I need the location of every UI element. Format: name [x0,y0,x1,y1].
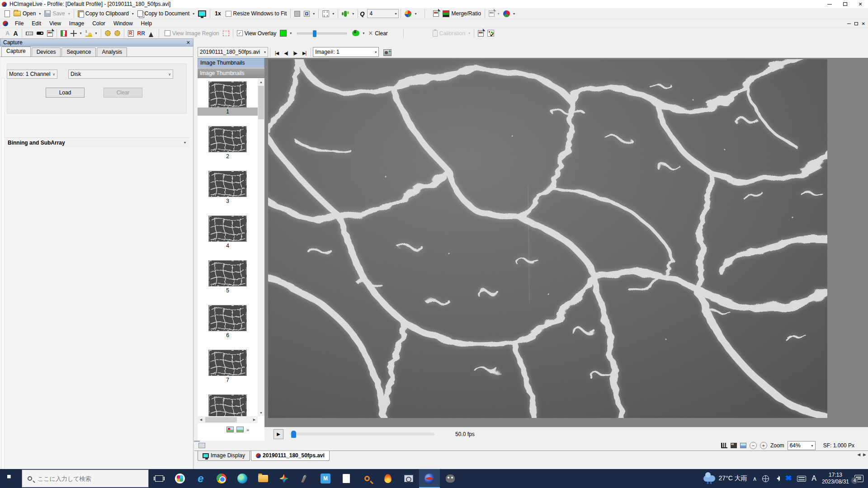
maximize-button[interactable] [837,0,853,8]
weather-widget[interactable]: 27°C 大雨 [703,474,747,483]
new-document-button[interactable] [3,9,12,18]
copy-to-clipboard-button[interactable]: Copy to Clipboard▾ [76,9,136,18]
thumbnail-image[interactable] [208,81,247,108]
playback-slider[interactable] [290,433,434,435]
thumbnail-item[interactable]: 6 [198,305,258,339]
thumbnails-horizontal-scrollbar[interactable]: ◀ ▶ [198,416,258,423]
taskbar-icon-slack[interactable] [170,469,190,488]
task-view-button[interactable] [149,469,170,488]
frame-counter-dropdown-icon[interactable]: ▾ [95,31,97,35]
color-wheel-dropdown-icon[interactable]: ▾ [513,12,515,16]
notification-center-button[interactable]: 4 [854,475,863,482]
network-globe-icon[interactable] [762,475,769,482]
scrollbar-thumb[interactable] [258,86,264,119]
minimize-button[interactable] [822,0,837,8]
crosshair-dropdown-icon[interactable]: ▾ [80,31,82,35]
gear-settings2-button[interactable] [113,29,122,37]
taskbar-icon-edge[interactable] [232,469,253,488]
resize-windows-checkbox[interactable]: Resize Windows to Fit [224,9,289,18]
mdi-minimize-button[interactable] [847,23,851,24]
menu-help[interactable]: Help [137,20,156,27]
thumbnail-item[interactable]: 3 [198,171,258,205]
timestamp-button[interactable] [59,29,69,38]
tab-scroll-right-button[interactable]: ▶ [863,452,866,457]
keyboard-icon[interactable] [797,476,806,482]
previous-frame-button[interactable]: ◀| [281,49,290,57]
view-overlay-checkbox[interactable]: ✓View Overlay [235,29,278,38]
thumbnail-item[interactable]: 1 [198,81,258,116]
overlay-blob-dropdown-icon[interactable]: ▾ [363,31,364,35]
thumbnail-item-partial[interactable] [198,394,258,416]
text-tool-disabled-button[interactable]: A [4,29,11,38]
ime-indicator[interactable]: A [811,474,816,483]
thumbnail-view-icon[interactable] [236,427,244,432]
thumbnail-item[interactable]: 7 [198,350,258,384]
image-viewport[interactable] [264,58,868,427]
binning-subarray-section[interactable]: Binning and SubArray ▾ [4,137,189,147]
thumbnails-group-header[interactable]: Image Thumbnails [198,68,264,78]
save-button[interactable]: Save▾ [42,9,71,18]
annotation-settings-button[interactable] [45,29,55,38]
dropbox-icon[interactable] [785,475,792,482]
first-frame-button[interactable]: |◀ [272,49,281,57]
display-button[interactable] [196,9,208,18]
tab-devices[interactable]: Devices [32,47,61,56]
copy-clipboard-dropdown-icon[interactable]: ▾ [132,12,134,16]
taskbar-icon-flame[interactable] [377,469,398,488]
binning-expand-icon[interactable]: ▾ [184,141,186,145]
menu-image[interactable]: Image [65,20,88,27]
fit-image-icon[interactable] [740,443,746,448]
zoom-in-button[interactable]: + [760,442,767,449]
high-low-icon[interactable] [731,443,737,448]
taskbar-icon-hcimage-active[interactable] [419,469,440,488]
next-frame-button[interactable]: |▶ [291,49,300,57]
overlay-color-button[interactable]: ▾ [278,29,293,38]
scroll-down-arrow[interactable]: ▼ [258,409,264,416]
frame-counter-button[interactable]: ▾ [84,29,99,38]
crosshair-button[interactable]: ▾ [69,29,84,38]
frame-view-button[interactable]: ▾ [302,10,316,18]
taskbar-icon-tools[interactable] [294,469,315,488]
mdi-restore-button[interactable] [854,22,858,25]
overlay-color-dropdown-icon[interactable]: ▾ [290,31,292,35]
scatter-plot-button[interactable] [486,29,496,38]
calibration-settings-button[interactable] [476,29,486,38]
load-button[interactable]: Load [46,88,85,98]
scroll-right-arrow[interactable]: ▶ [251,418,258,422]
taskbar-icon-chrome[interactable] [211,469,232,488]
paint-document-button[interactable] [431,9,441,18]
playback-slider-handle[interactable] [291,431,296,438]
scrollbar-thumb[interactable] [205,417,237,422]
play-button[interactable]: ▶ [274,429,283,439]
view-image-region-checkbox[interactable]: View Image Region [163,29,221,38]
profile-tool-button[interactable] [147,29,155,38]
taskbar-icon-compass[interactable] [274,469,294,488]
text-tool-button[interactable]: A [11,29,19,38]
thumbnail-color-view-icon[interactable] [226,427,234,432]
image-region-box-button[interactable] [221,30,231,37]
file-combobox[interactable]: 20190111_180_50fps.avi▾ [198,47,268,57]
search-input[interactable] [37,475,136,483]
taskbar-icon-m-app[interactable]: M [315,469,336,488]
menu-edit[interactable]: Edit [28,20,45,27]
status-window-icon[interactable] [198,443,205,448]
save-dropdown-icon[interactable]: ▾ [68,12,70,16]
scalebar-tool-button[interactable] [35,31,45,36]
tab-sequence[interactable]: Sequence [61,47,96,56]
open-button[interactable]: Open▾ [12,9,42,18]
thumbnail-item[interactable]: 5 [198,260,258,295]
taskbar-search[interactable] [22,469,149,488]
thumbnail-item[interactable]: 4 [198,216,258,250]
thumbnail-image[interactable] [208,216,247,242]
tab-capture[interactable]: Capture [1,47,31,56]
thumbnail-image[interactable] [208,171,247,197]
last-frame-button[interactable]: ▶| [300,49,309,57]
thumbnail-image[interactable] [208,305,247,331]
menu-view[interactable]: View [45,20,65,27]
zoom-combobox[interactable]: 64%▾ [788,441,816,450]
open-dropdown-icon[interactable]: ▾ [39,12,41,16]
thumbnail-image[interactable] [208,350,247,376]
close-button[interactable]: ✕ [853,0,868,8]
slider-handle[interactable] [313,30,316,37]
color-wheel-button[interactable]: ▾ [501,9,517,18]
